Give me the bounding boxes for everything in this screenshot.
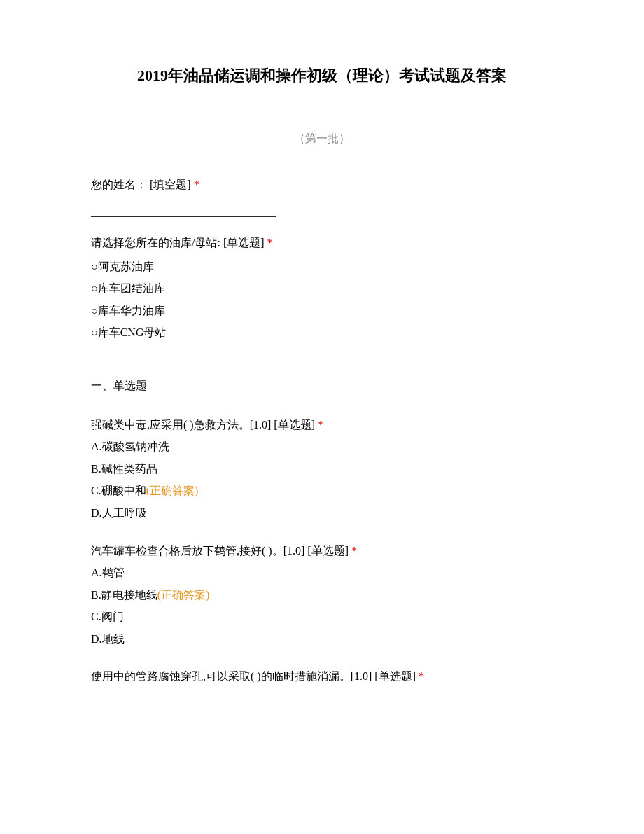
answer-option[interactable]: B.碱性类药品	[91, 460, 553, 478]
depot-option-label: 库车华力油库	[98, 305, 165, 317]
answer-option[interactable]: D.人工呼吸	[91, 504, 553, 522]
question-required-mark: *	[318, 419, 323, 431]
correct-answer-tag: (正确答案)	[146, 485, 199, 496]
radio-marker-icon: ○	[91, 260, 98, 272]
depot-option[interactable]: ○库车CNG母站	[91, 324, 553, 342]
question-body: 使用中的管路腐蚀穿孔,可以采取( )的临时措施消漏。[1.0] [单选题]	[91, 670, 419, 682]
answer-option[interactable]: A.鹤管	[91, 564, 553, 582]
answer-option[interactable]: C.硼酸中和(正确答案)	[91, 482, 553, 500]
question-body: 强碱类中毒,应采用( )急救方法。[1.0] [单选题]	[91, 419, 318, 431]
question-text: 汽车罐车检查合格后放下鹤管,接好( )。[1.0] [单选题] *	[91, 542, 553, 560]
answer-option-label: C.阀门	[91, 611, 124, 623]
name-type-tag: [填空题]	[147, 179, 194, 190]
depot-option-label: 库车CNG母站	[98, 326, 167, 338]
answer-option-label: C.硼酸中和	[91, 485, 146, 496]
depot-option[interactable]: ○库车华力油库	[91, 302, 553, 320]
name-label-text: 您的姓名：	[91, 179, 147, 190]
depot-option[interactable]: ○阿克苏油库	[91, 258, 553, 276]
name-field-label: 您的姓名： [填空题] *	[91, 176, 553, 194]
depot-option[interactable]: ○库车团结油库	[91, 279, 553, 298]
answer-option[interactable]: B.静电接地线(正确答案)	[91, 586, 553, 604]
radio-marker-icon: ○	[91, 305, 98, 317]
answer-option-label: B.碱性类药品	[91, 463, 158, 475]
answer-option-label: B.静电接地线	[91, 589, 158, 601]
depot-option-label: 库车团结油库	[98, 282, 165, 294]
answer-option-label: D.人工呼吸	[91, 507, 147, 519]
radio-marker-icon: ○	[91, 282, 98, 294]
document-page: 2019年油品储运调和操作初级（理论）考试试题及答案 （第一批） 您的姓名： […	[0, 0, 644, 834]
question-required-mark: *	[351, 545, 357, 557]
answer-option[interactable]: C.阀门	[91, 608, 553, 626]
question-text: 使用中的管路腐蚀穿孔,可以采取( )的临时措施消漏。[1.0] [单选题] *	[91, 667, 553, 686]
document-subtitle: （第一批）	[91, 130, 553, 148]
answer-option[interactable]: A.碳酸氢钠冲洗	[91, 438, 553, 456]
question-body: 汽车罐车检查合格后放下鹤管,接好( )。[1.0] [单选题]	[91, 545, 351, 557]
question-required-mark: *	[419, 670, 424, 682]
radio-marker-icon: ○	[91, 326, 98, 338]
answer-option-label: A.鹤管	[91, 567, 125, 578]
depot-label-text: 请选择您所在的油库/母站:	[91, 237, 220, 249]
answer-option-label: D.地线	[91, 633, 125, 645]
correct-answer-tag: (正确答案)	[158, 589, 210, 601]
section-heading: 一、单选题	[91, 377, 553, 395]
name-required-mark: *	[194, 179, 200, 190]
answer-option-label: A.碳酸氢钠冲洗	[91, 440, 169, 452]
document-title: 2019年油品储运调和操作初级（理论）考试试题及答案	[91, 63, 553, 88]
depot-type-tag: [单选题]	[220, 237, 267, 249]
depot-required-mark: *	[267, 237, 273, 249]
name-blank-line[interactable]: _________________________________	[91, 203, 553, 221]
depot-option-label: 阿克苏油库	[98, 260, 154, 272]
question-text: 强碱类中毒,应采用( )急救方法。[1.0] [单选题] *	[91, 416, 553, 434]
answer-option[interactable]: D.地线	[91, 630, 553, 648]
depot-field-label: 请选择您所在的油库/母站: [单选题] *	[91, 234, 553, 252]
